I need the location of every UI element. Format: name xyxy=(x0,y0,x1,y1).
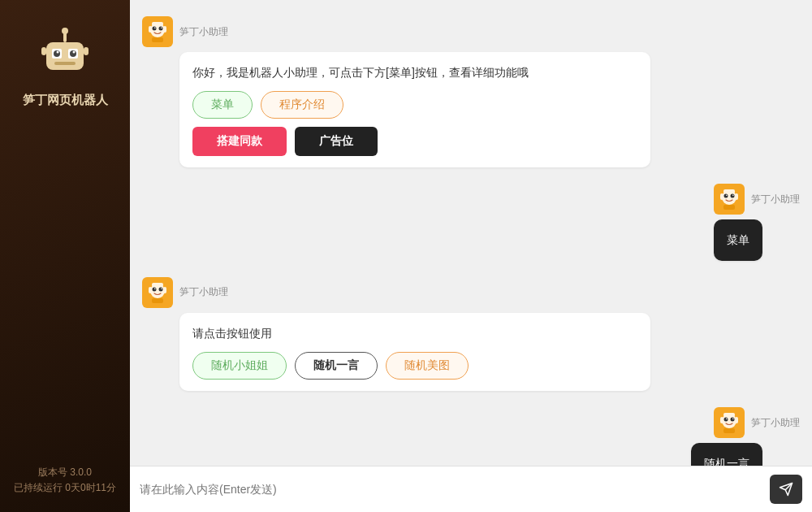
svg-point-47 xyxy=(732,419,734,420)
send-button[interactable] xyxy=(770,475,802,504)
svg-rect-51 xyxy=(723,428,735,433)
svg-point-34 xyxy=(153,287,157,291)
message-block-4: 笋丁小助理 xyxy=(142,407,800,466)
svg-point-35 xyxy=(159,287,163,291)
svg-point-45 xyxy=(731,418,735,422)
chat-scroll: 笋丁小助理 你好，我是机器人小助理，可点击下方[菜单]按钮，查看详细功能哦 菜单… xyxy=(130,0,812,466)
svg-point-25 xyxy=(731,194,735,198)
btn-random-image[interactable]: 随机美图 xyxy=(386,352,469,380)
btn-build-same[interactable]: 搭建同款 xyxy=(192,127,287,156)
input-bar xyxy=(130,466,812,512)
svg-point-7 xyxy=(57,51,59,54)
svg-rect-48 xyxy=(723,413,735,417)
robot-icon xyxy=(37,24,93,81)
svg-rect-29 xyxy=(720,193,723,200)
svg-rect-40 xyxy=(163,287,166,293)
btn-random-girl[interactable]: 随机小姐姐 xyxy=(192,352,287,380)
sidebar-version: 版本号 3.0.0 已持续运行 0天0时11分 xyxy=(0,465,130,496)
svg-rect-50 xyxy=(735,417,738,423)
svg-point-17 xyxy=(161,27,162,28)
svg-rect-11 xyxy=(84,47,89,55)
svg-point-2 xyxy=(62,28,68,34)
svg-rect-38 xyxy=(152,283,163,287)
sidebar-title: 笋丁网页机器人 xyxy=(23,91,108,108)
bubble-text-1: 你好，我是机器人小助理，可点击下方[菜单]按钮，查看详细功能哦 xyxy=(192,63,637,81)
message-block-2: 笋丁小助理 xyxy=(142,184,800,260)
svg-point-8 xyxy=(73,51,76,54)
svg-rect-28 xyxy=(723,189,735,193)
msg-header-2: 笋丁小助理 xyxy=(714,184,800,215)
avatar-4 xyxy=(714,407,745,438)
svg-rect-10 xyxy=(41,47,46,55)
bubble-text-3: 请点击按钮使用 xyxy=(192,324,637,342)
sender-name-4: 笋丁小助理 xyxy=(751,416,800,430)
svg-rect-19 xyxy=(149,26,152,33)
bubble-2: 菜单 xyxy=(714,219,762,260)
sidebar-logo: 笋丁网页机器人 xyxy=(23,24,108,108)
bubble-4: 随机一言 xyxy=(691,443,762,466)
button-row-3: 随机小姐姐 随机一言 随机美图 xyxy=(192,352,637,380)
svg-point-16 xyxy=(154,27,156,28)
svg-point-36 xyxy=(154,288,156,289)
svg-point-15 xyxy=(159,27,163,31)
bubble-text-2: 菜单 xyxy=(727,231,749,249)
bubble-1: 你好，我是机器人小助理，可点击下方[菜单]按钮，查看详细功能哦 菜单 程序介绍 … xyxy=(179,52,650,167)
avatar-3 xyxy=(142,277,173,308)
main-panel: 笋丁小助理 你好，我是机器人小助理，可点击下方[菜单]按钮，查看详细功能哦 菜单… xyxy=(130,0,812,512)
btn-ad-slot[interactable]: 广告位 xyxy=(295,127,378,156)
svg-rect-49 xyxy=(720,417,723,423)
svg-rect-21 xyxy=(152,37,163,42)
svg-rect-20 xyxy=(163,26,166,33)
message-block-3: 笋丁小助理 请点击按钮使用 随机小姐姐 随机一言 随机美图 xyxy=(142,277,800,391)
button-row-1a: 菜单 程序介绍 xyxy=(192,91,637,119)
btn-random-quote[interactable]: 随机一言 xyxy=(295,352,378,380)
svg-rect-18 xyxy=(152,22,163,26)
svg-rect-30 xyxy=(735,193,738,200)
svg-rect-41 xyxy=(152,298,163,303)
btn-menu[interactable]: 菜单 xyxy=(192,91,253,119)
svg-point-46 xyxy=(726,419,728,420)
svg-point-44 xyxy=(724,418,728,422)
bubble-text-4: 随机一言 xyxy=(704,454,749,466)
avatar-2 xyxy=(714,184,745,215)
msg-header-1: 笋丁小助理 xyxy=(142,16,800,47)
sender-name-3: 笋丁小助理 xyxy=(179,285,228,299)
avatar-1 xyxy=(142,16,173,47)
svg-rect-0 xyxy=(46,42,84,70)
msg-header-3: 笋丁小助理 xyxy=(142,277,800,308)
svg-rect-9 xyxy=(54,62,76,65)
bubble-3: 请点击按钮使用 随机小姐姐 随机一言 随机美图 xyxy=(179,313,650,391)
svg-point-27 xyxy=(732,195,734,197)
svg-point-14 xyxy=(153,27,157,31)
sender-name-2: 笋丁小助理 xyxy=(751,193,800,206)
button-row-1b: 搭建同款 广告位 xyxy=(192,127,637,156)
svg-point-37 xyxy=(161,288,162,289)
message-block-1: 笋丁小助理 你好，我是机器人小助理，可点击下方[菜单]按钮，查看详细功能哦 菜单… xyxy=(142,16,800,167)
msg-header-4: 笋丁小助理 xyxy=(714,407,800,438)
sender-name-1: 笋丁小助理 xyxy=(179,25,228,39)
btn-program-intro[interactable]: 程序介绍 xyxy=(261,91,343,119)
svg-point-26 xyxy=(726,195,728,197)
send-icon xyxy=(779,482,793,497)
svg-rect-39 xyxy=(149,287,152,293)
sidebar: 笋丁网页机器人 版本号 3.0.0 已持续运行 0天0时11分 xyxy=(0,0,130,512)
svg-rect-31 xyxy=(723,205,735,210)
svg-point-24 xyxy=(724,194,728,198)
chat-input[interactable] xyxy=(140,483,762,496)
